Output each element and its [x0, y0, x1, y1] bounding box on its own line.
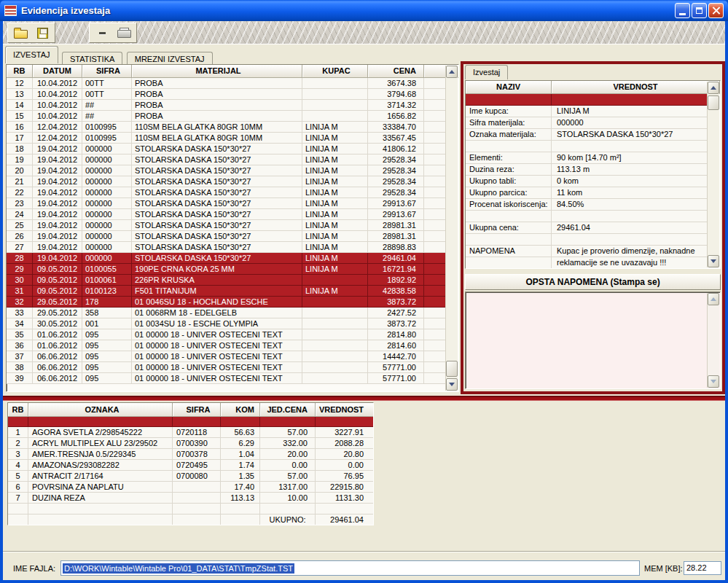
table-row[interactable]: [466, 94, 707, 106]
table-row[interactable]: [8, 504, 373, 514]
detail-table-scrollbar[interactable]: [707, 82, 719, 267]
column-header-kom[interactable]: KOM: [221, 403, 260, 417]
table-row[interactable]: [466, 141, 707, 152]
table-row[interactable]: 3806.06.201209501 00000 18 - UNIVER OSTE…: [7, 362, 445, 373]
table-row[interactable]: 3706.06.201209501 00000 18 - UNIVER OSTE…: [7, 351, 445, 362]
table-row[interactable]: Ukupno parcica:11 kom: [466, 187, 707, 199]
minimize-button[interactable]: [675, 3, 690, 18]
table-row[interactable]: NAPOMENAKupac je proverio dimenzije, nak…: [466, 246, 707, 257]
print-button[interactable]: [114, 24, 133, 42]
table-row[interactable]: 2719.04.2012000000STOLARSKA DASKA 150*30…: [7, 242, 445, 253]
table-row[interactable]: Ukupno tabli:0 kom: [466, 176, 707, 187]
tab-izvestaj[interactable]: IZVESTAJ: [5, 46, 58, 63]
table-row[interactable]: 4AMAZONAS/29308228207204951.740.000.00: [8, 460, 373, 471]
table-row[interactable]: 2ACRYL MULTIPLEX ALU 23/2950207003906.29…: [8, 438, 373, 449]
table-row[interactable]: 1510.04.2012##PROBA1656.82: [7, 111, 445, 122]
table-row[interactable]: Procenat iskoriscenja:84.50%: [466, 199, 707, 211]
table-row[interactable]: 2019.04.2012000000STOLARSKA DASKA 150*30…: [7, 165, 445, 176]
table-row[interactable]: 1919.04.2012000000STOLARSKA DASKA 150*30…: [7, 154, 445, 165]
table-row[interactable]: Oznaka materijala:STOLARSKA DASKA 150*30…: [466, 129, 707, 141]
scrollbar-thumb[interactable]: [446, 361, 458, 377]
file-name-label: IME FAJLA:: [13, 564, 55, 573]
maximize-button[interactable]: [692, 3, 707, 18]
table-row[interactable]: 3906.06.201209501 00000 18 - UNIVER OSTE…: [7, 373, 445, 384]
table-row[interactable]: 2619.04.2012000000STOLARSKA DASKA 150*30…: [7, 231, 445, 242]
cell: NAPOMENA: [466, 246, 552, 257]
table-row[interactable]: Ime kupca:LINIJA M: [466, 106, 707, 117]
table-row[interactable]: 1612.04.20120100995110SM BELA GLATKA 80G…: [7, 122, 445, 133]
main-table-scrollbar[interactable]: [445, 66, 458, 391]
cell: [302, 100, 368, 111]
column-header-jed-cena[interactable]: JED.CENA: [260, 403, 316, 417]
column-header-vrednost[interactable]: VREDNOST: [552, 81, 720, 94]
table-row[interactable]: reklamacije se ne uvazavaju !!!: [466, 257, 707, 269]
column-header-vrednost[interactable]: VREDNOST: [316, 403, 373, 417]
cell: STOLARSKA DASKA 150*30*27: [132, 220, 302, 231]
file-name-input[interactable]: D:\WORK\Wintable\Wintable Pro\01_DATA\ST…: [60, 560, 640, 576]
scrollbar-down-button[interactable]: [708, 375, 719, 388]
napomena-textarea[interactable]: [465, 292, 721, 389]
table-row[interactable]: 3109.05.20120100123F501 TITANIJUMLINIJA …: [7, 286, 445, 297]
window: Evidencija izvestaja IZVESTAJ STATISTIKA…: [0, 0, 728, 583]
scrollbar-down-button[interactable]: [446, 378, 458, 391]
table-row[interactable]: 7DUZINA REZA113.1310.001131.30: [8, 493, 373, 504]
toolbar-group-file: [7, 23, 55, 43]
cell: [302, 340, 368, 351]
table-row[interactable]: 2419.04.2012000000STOLARSKA DASKA 150*30…: [7, 209, 445, 220]
table-row[interactable]: 1310.04.201200TTPROBA3794.68: [7, 89, 445, 100]
cell: 1892.92: [368, 275, 424, 286]
scrollbar-up-button[interactable]: [708, 82, 719, 94]
scrollbar-up-button[interactable]: [708, 293, 719, 305]
table-row[interactable]: [466, 234, 707, 246]
table-row[interactable]: [466, 211, 707, 222]
table-row[interactable]: 2819.04.2012000000STOLARSKA DASKA 150*30…: [7, 253, 445, 264]
column-header-datum[interactable]: DATUM: [33, 65, 82, 78]
column-header-sifra[interactable]: SIFRA: [82, 65, 132, 78]
table-row[interactable]: 1410.04.2012##PROBA3714.32: [7, 100, 445, 111]
table-row[interactable]: 3009.05.20120100061226PR KRUSKA1892.92: [7, 275, 445, 286]
table-row[interactable]: 1819.04.2012000000STOLARSKA DASKA 150*30…: [7, 144, 445, 154]
table-row[interactable]: Sifra materijala:000000: [466, 117, 707, 129]
column-header-oznaka[interactable]: OZNAKA: [28, 403, 173, 417]
table-row[interactable]: Elementi:90 kom [14.70 m²]: [466, 152, 707, 164]
table-row[interactable]: 3329.05.201235801 0068RM 18 - EDELGELB24…: [7, 308, 445, 318]
remove-button[interactable]: [93, 24, 111, 42]
column-header-kupac[interactable]: KUPAC: [302, 65, 368, 78]
table-row[interactable]: 3229.05.201217801 0046SU 18 - HOCHLAND E…: [7, 297, 445, 308]
table-row[interactable]: 3430.05.201200101 0034SU 18 - ESCHE OLYM…: [7, 318, 445, 329]
cell: 29461.04: [552, 222, 707, 234]
scrollbar-down-button[interactable]: [708, 255, 719, 267]
table-row[interactable]: 5ANTRACIT 2/1716407000801.3557.0076.95: [8, 471, 373, 482]
table-row[interactable]: 1210.04.201200TTPROBA3674.38: [7, 78, 445, 89]
table-row[interactable]: Duzina reza:113.13 m: [466, 164, 707, 176]
table-row[interactable]: 2519.04.2012000000STOLARSKA DASKA 150*30…: [7, 220, 445, 231]
table-row[interactable]: 2319.04.2012000000STOLARSKA DASKA 150*30…: [7, 198, 445, 209]
tab-izvestaj-detail[interactable]: Izvestaj: [465, 65, 508, 79]
table-row[interactable]: 2119.04.2012000000STOLARSKA DASKA 150*30…: [7, 176, 445, 187]
table-row[interactable]: 1AGORA SVETLA 2/298545222072011856.6357.…: [8, 427, 373, 438]
open-file-button[interactable]: [11, 24, 30, 42]
table-row[interactable]: 3AMER.TRESNJA 0.5/22934507003781.0420.00…: [8, 449, 373, 460]
column-header-rb[interactable]: RB: [7, 65, 33, 78]
column-header-materijal[interactable]: MATERIJAL: [132, 65, 302, 78]
scrollbar-thumb[interactable]: [708, 95, 719, 110]
close-button[interactable]: [708, 3, 724, 18]
scrollbar-up-button[interactable]: [446, 66, 458, 78]
table-row[interactable]: 3501.06.201209501 00000 18 - UNIVER OSTE…: [7, 329, 445, 340]
table-row[interactable]: 2909.05.20120100055190PE CRNA KORA 25 MM…: [7, 264, 445, 275]
cell: 0720118: [173, 427, 221, 438]
table-row[interactable]: 6POVRSINA ZA NAPLATU17.401317.0022915.80: [8, 482, 373, 493]
table-row[interactable]: 2219.04.2012000000STOLARSKA DASKA 150*30…: [7, 187, 445, 198]
cell: 19.04.2012: [33, 176, 82, 187]
napomena-scrollbar[interactable]: [707, 293, 719, 388]
column-header-naziv[interactable]: NAZIV: [466, 81, 552, 94]
table-row[interactable]: 1712.04.20120100995110SM BELA GLATKA 80G…: [7, 133, 445, 144]
table-row[interactable]: Ukupna cena:29461.04: [466, 222, 707, 234]
save-button[interactable]: [33, 24, 52, 42]
table-row[interactable]: 3601.06.201209501 00000 18 - UNIVER OSTE…: [7, 340, 445, 351]
table-row[interactable]: [8, 417, 373, 427]
column-header-sifra[interactable]: SIFRA: [173, 403, 221, 417]
column-header-rb[interactable]: RB: [8, 403, 28, 417]
column-header-cena[interactable]: CENA: [368, 65, 424, 78]
tab-label: STATISTIKA: [70, 55, 114, 63]
